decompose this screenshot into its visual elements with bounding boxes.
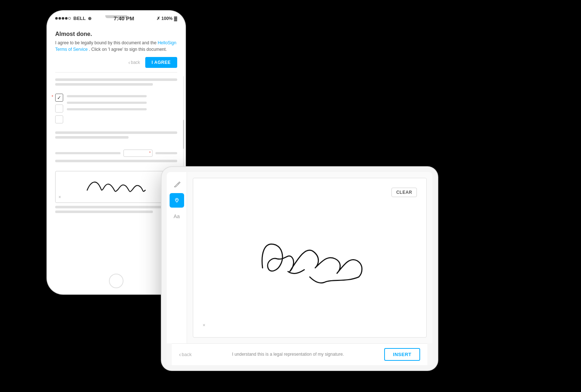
checkbox-3[interactable] (55, 115, 63, 123)
tablet-bottom-bar: back I understand this is a legal repres… (172, 343, 427, 365)
agree-button[interactable]: I AGREE (145, 57, 177, 68)
text-icon-label: Aa (174, 213, 180, 219)
phone-signature-svg (80, 176, 153, 196)
tablet-signature-drawing (252, 224, 397, 291)
signature-image (59, 174, 173, 200)
tablet-legal-text: I understand this is a legal representat… (192, 351, 385, 358)
svg-point-1 (176, 199, 177, 200)
tool-finger-icon[interactable] (170, 193, 184, 208)
cb-line-2 (67, 102, 147, 104)
pen-nib-svg (173, 180, 181, 188)
almost-done-text: I agree to be legally bound by this docu… (55, 40, 177, 53)
cb-line-1 (67, 95, 147, 97)
scrollbar-thumb (183, 120, 184, 149)
doc-line-1 (55, 78, 177, 81)
checkbox-section: * ✓ (55, 91, 177, 126)
cb-line-3 (67, 108, 147, 110)
checkboxes-col: ✓ (55, 94, 63, 123)
agree-row: back I AGREE (55, 57, 177, 68)
finger-draw-svg (173, 196, 181, 204)
signal-dots (55, 17, 71, 20)
checkbox-1[interactable]: ✓ (55, 94, 63, 102)
more-doc-lines (55, 126, 177, 144)
back-link[interactable]: back (129, 60, 140, 65)
agree-text-after: . Click on 'I agree' to sign this docume… (89, 47, 167, 52)
signal-dot-4 (65, 17, 68, 20)
document-lines (55, 73, 177, 91)
svg-line-0 (178, 183, 179, 184)
signal-dot-5 (68, 17, 71, 20)
doc-line-2 (55, 83, 153, 86)
bottom-line-2 (55, 211, 153, 213)
doc-line-4 (55, 136, 129, 139)
status-left: BELL ⊛ (55, 16, 92, 21)
status-right: ✗ 100% ▓ (157, 16, 177, 21)
input-line-left (55, 152, 121, 154)
tablet-x-mark: × (203, 322, 206, 328)
signature-x-mark: × (58, 195, 61, 200)
carrier-label: BELL (73, 16, 86, 21)
tool-text-icon[interactable]: Aa (170, 209, 184, 224)
input-line-right (155, 152, 177, 154)
tool-pen-icon[interactable] (170, 177, 184, 192)
signature-canvas-box[interactable]: CLEAR × (193, 178, 427, 338)
tablet-body: Aa CLEAR (162, 167, 438, 370)
clear-button[interactable]: CLEAR (391, 188, 417, 197)
signal-dot-2 (58, 17, 61, 20)
signature-section: × (55, 171, 177, 203)
home-button[interactable] (109, 274, 123, 288)
input-row (55, 150, 177, 157)
tablet-screen: Aa CLEAR (167, 172, 432, 365)
input-section (55, 144, 177, 167)
cb-lines-col (67, 94, 147, 123)
wifi-icon: ⊛ (88, 16, 92, 21)
agree-text-before: I agree to be legally bound by this docu… (55, 40, 158, 45)
required-star: * (52, 94, 53, 99)
bottom-line-1 (55, 206, 177, 208)
tablet-back-link[interactable]: back (179, 351, 192, 358)
almost-done-title: Almost done. (55, 31, 177, 37)
tablet-signature-svg (252, 224, 397, 290)
input-field[interactable] (123, 150, 153, 157)
time-display: 7:40 PM (114, 15, 134, 21)
battery-percent: 100% (162, 16, 173, 21)
signal-dot-3 (62, 17, 64, 20)
bottom-lines (55, 206, 177, 213)
tablet-sidebar: Aa (167, 172, 187, 343)
signal-dot-1 (55, 17, 58, 20)
bluetooth-icon: ✗ (157, 16, 160, 21)
checkbox-2[interactable] (55, 105, 63, 113)
insert-button[interactable]: INSERT (384, 348, 420, 361)
status-bar: BELL ⊛ 7:40 PM ✗ 100% ▓ (47, 11, 185, 24)
tablet-footer (162, 365, 438, 370)
doc-line-5 (55, 160, 177, 162)
battery-icon: ▓ (174, 16, 177, 21)
tablet-main: Aa CLEAR (167, 172, 432, 343)
tablet-device: Aa CLEAR (162, 167, 438, 370)
signature-canvas-area[interactable]: CLEAR × (187, 172, 432, 343)
almost-done-section: Almost done. I agree to be legally bound… (55, 27, 177, 73)
doc-line-3 (55, 131, 177, 134)
